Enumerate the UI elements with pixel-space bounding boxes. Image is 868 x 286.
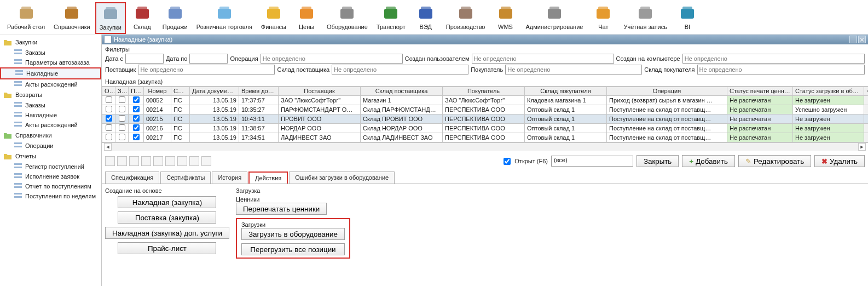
filter-combo[interactable]: (все) (551, 156, 633, 167)
tool-icon-5[interactable] (153, 156, 163, 166)
row-check[interactable] (106, 115, 112, 122)
create-btn-Накладная (закупка) доп. услуги[interactable]: Накладная (закупка) доп. услуги (105, 227, 229, 239)
col-header[interactable]: Пров (129, 87, 144, 96)
vscroll-cell[interactable] (864, 96, 869, 105)
toolbar-chat[interactable]: Чат (588, 2, 618, 34)
input-buyer-wh[interactable] (697, 65, 865, 75)
sidebar-item-Отчет по поступлениям[interactable]: Отчет по поступлениям (0, 181, 101, 191)
reprint-button[interactable]: Перепечатать ценники (236, 203, 327, 215)
row-check[interactable] (133, 106, 140, 112)
load-eq-button[interactable]: Загрузить в оборудование (241, 228, 345, 240)
toolbar-finance[interactable]: Финансы (257, 2, 290, 34)
horizontal-scrollbar[interactable]: ◄ ► (104, 143, 866, 151)
table-row[interactable]: 00217ПС13.05.1917:34:51ЛАДИНВЕСТ ЗАОСкла… (102, 133, 869, 142)
sidebar-group-Возвраты[interactable]: Возвраты (0, 89, 101, 100)
col-header[interactable]: Покупатель (443, 87, 525, 96)
col-header[interactable]: Отм (102, 87, 115, 96)
tool-icon-9[interactable] (201, 156, 211, 166)
tool-icon-1[interactable] (105, 156, 115, 166)
tool-icon-6[interactable] (165, 156, 175, 166)
toolbar-retail[interactable]: Розничная торговля (193, 2, 256, 34)
reload-all-button[interactable]: Перегрузить все позиции (241, 243, 345, 255)
toolbar-transport[interactable]: Транспорт (373, 2, 409, 34)
vscroll-cell[interactable] (864, 105, 869, 115)
sidebar-item-Заказы[interactable]: Заказы (0, 48, 101, 58)
sidebar-item-Поступления по неделям[interactable]: Поступления по неделям (0, 191, 101, 201)
input-supplier-wh[interactable] (332, 65, 468, 75)
table-row[interactable]: 00052ПС13.05.1917:37:57ЗАО "ЛюксСофтТорг… (102, 96, 869, 105)
tool-icon-7[interactable] (177, 156, 187, 166)
scroll-right-icon[interactable]: ► (858, 143, 866, 151)
maximize-button[interactable] (849, 36, 857, 43)
table-row[interactable]: 00215ПС13.05.1910:43:11ПРОВИТ ОООСклад П… (102, 115, 869, 124)
input-operation[interactable] (261, 54, 403, 64)
delete-button[interactable]: ✖Удалить (814, 155, 865, 167)
toolbar-ref[interactable]: Справочники (50, 2, 94, 34)
col-header[interactable]: Операция (607, 87, 727, 96)
sidebar-item-Накладные[interactable]: Накладные (0, 110, 101, 120)
toolbar-warehouse[interactable]: Склад (127, 2, 158, 34)
toolbar-equip[interactable]: Оборудование (323, 2, 372, 34)
row-check[interactable] (106, 106, 112, 112)
sidebar-group-Отчеты[interactable]: Отчеты (0, 151, 101, 162)
toolbar-admin[interactable]: Администрирование (522, 2, 587, 34)
toolbar-purchases[interactable]: Закупки (95, 2, 126, 34)
tab-Ошибки загрузки в оборудование[interactable]: Ошибки загрузки в оборудование (289, 171, 395, 184)
col-header[interactable]: Поставщик (279, 87, 361, 96)
row-check[interactable] (119, 134, 125, 140)
col-header[interactable]: Дата документа (190, 87, 239, 96)
row-check[interactable] (119, 124, 125, 131)
col-header[interactable]: Номер (144, 87, 171, 96)
col-header[interactable]: Время документа (239, 87, 279, 96)
col-header[interactable]: Склад поставщика (361, 87, 443, 96)
input-date-to[interactable] (189, 54, 228, 64)
tool-icon-3[interactable] (129, 156, 139, 166)
input-created-on[interactable] (682, 54, 865, 64)
row-check[interactable] (133, 134, 140, 140)
table-row[interactable]: 00216ПС13.05.1911:38:57НОРДАР ОООСклад Н… (102, 124, 869, 133)
edit-button[interactable]: ✎Редактировать (738, 155, 811, 167)
vscroll-cell[interactable] (864, 124, 869, 133)
row-check[interactable] (133, 115, 140, 122)
sidebar-item-Регистр поступлений[interactable]: Регистр поступлений (0, 162, 101, 171)
open-checkbox[interactable] (504, 158, 511, 165)
sidebar-item-Накладные[interactable]: Накладные (0, 67, 101, 79)
row-check[interactable] (106, 124, 112, 131)
create-btn-Прайс-лист[interactable]: Прайс-лист (118, 242, 216, 254)
input-buyer[interactable] (505, 65, 642, 75)
vscroll-cell[interactable] (864, 115, 869, 124)
tab-Сертификаты[interactable]: Сертификаты (160, 171, 211, 184)
tab-История[interactable]: История (212, 171, 247, 184)
col-header[interactable]: Статус печати ценника (727, 87, 793, 96)
row-check[interactable] (119, 96, 125, 103)
sidebar-group-Справочники[interactable]: Справочники (0, 130, 101, 141)
tool-icon-4[interactable] (141, 156, 151, 166)
sidebar-item-Акты расхождений[interactable]: Акты расхождений (0, 120, 101, 130)
col-header[interactable]: Сери (171, 87, 190, 96)
tab-Спецификация[interactable]: Спецификация (105, 171, 159, 184)
table-row[interactable]: 00214ПС13.05.1910:35:27ПАРФЮМСТАНДАРТ О…… (102, 105, 869, 115)
row-check[interactable] (133, 124, 140, 131)
sidebar-item-Параметры автозаказа[interactable]: Параметры автозаказа (0, 58, 101, 67)
input-supplier[interactable] (138, 65, 275, 75)
col-header[interactable]: Статус загрузки в оборудование (793, 87, 864, 96)
scroll-left-icon[interactable]: ◄ (104, 143, 112, 151)
row-check[interactable] (106, 96, 112, 103)
add-button[interactable]: +Добавить (682, 155, 735, 167)
sidebar-item-Акты расхождений[interactable]: Акты расхождений (0, 79, 101, 89)
row-check[interactable] (106, 134, 112, 140)
toolbar-sales[interactable]: Продажи (159, 2, 192, 34)
vscroll-cell[interactable] (864, 133, 869, 142)
toolbar-desktop[interactable]: Рабочий стол (3, 2, 49, 34)
col-header[interactable]: Зак (115, 87, 129, 96)
toolbar-account[interactable]: Учётная запись (620, 2, 671, 34)
row-check[interactable] (119, 115, 125, 122)
sidebar-item-Операции[interactable]: Операции (0, 141, 101, 151)
col-header[interactable]: Склад покупателя (525, 87, 607, 96)
toolbar-wms[interactable]: WMS (490, 2, 521, 34)
row-check[interactable] (133, 96, 140, 103)
close-button[interactable] (858, 36, 866, 43)
sidebar-item-Исполнение заявок[interactable]: Исполнение заявок (0, 171, 101, 181)
toolbar-bi[interactable]: BI (672, 2, 703, 34)
close-button-bar[interactable]: Закрыть (636, 155, 679, 167)
